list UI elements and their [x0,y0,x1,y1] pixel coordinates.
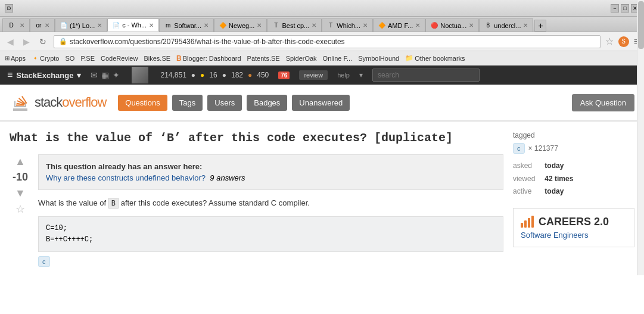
so-main-content: What is the value of ‘B’ after this code… [0,122,644,275]
lock-icon: 🔒 [59,38,67,45]
tags-nav-btn[interactable]: Tags [172,95,203,111]
tab-close-icon[interactable]: ✕ [45,22,49,29]
bookmark-label: Patents.SE [247,55,280,62]
bullet1: ● [191,71,195,79]
tab-10[interactable]: 🔴 Noctua... ✕ [425,18,479,32]
forward-button[interactable]: ▶ [21,36,32,48]
tab-close-icon[interactable]: ✕ [97,22,102,29]
active-value: today [545,187,564,195]
bookmark-symbolhound[interactable]: SymbolHound [358,55,399,62]
tab-11[interactable]: 8 undercl... ✕ [479,18,533,32]
tab-3[interactable]: 📄 (1*) Lo... ✕ [55,18,107,32]
tab-8[interactable]: T Which... ✕ [322,18,373,32]
se-user-info: 214,851 ● ● 16 ● 182 ● 450 [160,71,269,79]
duplicate-link[interactable]: Why are these constructs undefined behav… [46,173,206,182]
badges-nav-btn[interactable]: Badges [247,95,287,111]
question-title: What is the value of ‘B’ after this code… [10,131,503,145]
chart-icon[interactable]: ▦ [101,70,109,80]
tab-favicon: 🔶 [219,22,226,29]
tab-4-active[interactable]: 📄 c - Wh... ✕ [107,18,159,32]
folder-icon: 📁 [405,54,413,62]
tab-favicon: m [164,22,172,29]
so-logo-text: stackoverflow [35,95,106,110]
tab-label: Which... [337,22,360,29]
scrollbar[interactable] [637,0,644,275]
bookmark-bikes[interactable]: Bikes.SE [144,55,170,62]
code-line-2: B=++C++++C; [46,234,496,245]
bookmark-label: CodeReview [101,55,138,62]
bookmark-patents[interactable]: Patents.SE [247,55,280,62]
user-avatar[interactable] [132,67,148,83]
bookmark-other[interactable]: 📁 Other bookmarks [405,54,465,62]
scrollbar-thumb[interactable] [638,1,644,49]
envelope-icon[interactable]: ✉ [91,70,98,80]
tab-close-icon[interactable]: ✕ [469,22,474,29]
tab-close-icon[interactable]: ✕ [149,22,154,29]
badge-bronze-count: 450 [257,71,269,79]
code-block: C=10; B=++C++++C; [38,216,503,252]
bookmark-so[interactable]: SO [65,55,74,62]
so-logo[interactable]: stackoverflow [10,92,106,113]
tab-2[interactable]: or ✕ [30,18,55,32]
tab-favicon: 8 [484,22,491,29]
users-nav-btn[interactable]: Users [207,95,242,111]
tab-close-icon[interactable]: ✕ [204,22,209,29]
bookmark-crypto[interactable]: 🔸 Crypto [32,55,59,62]
favorite-button[interactable]: ☆ [15,203,25,216]
snowflake-icon[interactable]: ✦ [113,70,120,80]
address-input[interactable]: 🔒 stackoverflow.com/questions/20795436/w… [54,35,601,48]
badge-gold-count: 16 [209,71,217,79]
review-link[interactable]: review [299,70,328,80]
careers-bar-1 [521,223,523,228]
tab-favicon: 📄 [60,22,67,29]
browser-icon: D [5,4,13,13]
bookmark-label: Blogger: Dashboard [183,55,241,62]
so-top-nav: stackoverflow Questions Tags Users Badge… [0,85,644,121]
tab-close-icon[interactable]: ✕ [20,22,24,29]
tab-label: Neweg... [229,22,254,29]
bookmark-spideroak[interactable]: SpiderOak [286,55,317,62]
se-logo-text: StackExchange [16,71,73,80]
help-chevron: ▾ [359,71,363,79]
tab-6[interactable]: 🔶 Neweg... ✕ [214,18,267,32]
tab-close-icon[interactable]: ✕ [257,22,262,29]
sidebar-tag-c[interactable]: c [513,143,525,154]
help-link[interactable]: help [337,71,350,79]
bookmark-apps[interactable]: ⊞ Apps [5,55,26,62]
tab-close-icon[interactable]: ✕ [363,22,368,29]
maximize-button[interactable]: □ [621,4,629,13]
duplicate-notice: This question already has an answer here… [38,154,503,190]
bookmark-codereview[interactable]: CodeReview [101,55,138,62]
tab-9[interactable]: 🔶 AMD F... ✕ [373,18,425,32]
careers-bar-4 [531,216,534,228]
bookmark-online[interactable]: Online F... [323,55,353,62]
tab-close-icon[interactable]: ✕ [523,22,528,29]
duplicate-notice-title: This question already has an answer here… [46,162,496,171]
so-top-nav-wrapper: stackoverflow Questions Tags Users Badge… [0,85,644,122]
tab-1[interactable]: D ✕ [2,18,30,32]
vote-up-button[interactable]: ▲ [11,154,29,169]
inbox-count-badge[interactable]: 76 [278,71,290,79]
vote-down-button[interactable]: ▼ [11,186,29,200]
se-search-input[interactable] [372,69,480,82]
tab-7[interactable]: T Best cp... ✕ [267,18,322,32]
ask-question-button[interactable]: Ask Question [572,94,634,111]
bookmark-blogger[interactable]: B Blogger: Dashboard [176,54,241,63]
bookmark-pse[interactable]: P.SE [80,55,95,62]
questions-nav-btn[interactable]: Questions [118,95,167,111]
careers-box[interactable]: CAREERS 2.0 Software Engineers [513,208,634,247]
careers-bar-2 [524,220,527,228]
back-button[interactable]: ◀ [5,36,16,48]
tag-c[interactable]: c [38,256,50,267]
new-tab-button[interactable]: + [534,20,546,32]
tab-close-icon[interactable]: ✕ [415,22,420,29]
unanswered-nav-btn[interactable]: Unanswered [292,95,350,111]
tab-favicon: 📄 [113,21,120,29]
minimize-button[interactable]: − [611,4,619,13]
tab-close-icon[interactable]: ✕ [312,22,316,29]
se-logo[interactable]: ≡ StackExchange ▾ [7,70,81,80]
tab-5[interactable]: m Softwar... ✕ [159,18,214,32]
bookmark-star-icon[interactable]: ☆ [605,36,614,47]
question-text-pre: What is the value of [38,198,106,207]
refresh-button[interactable]: ↻ [37,36,49,48]
